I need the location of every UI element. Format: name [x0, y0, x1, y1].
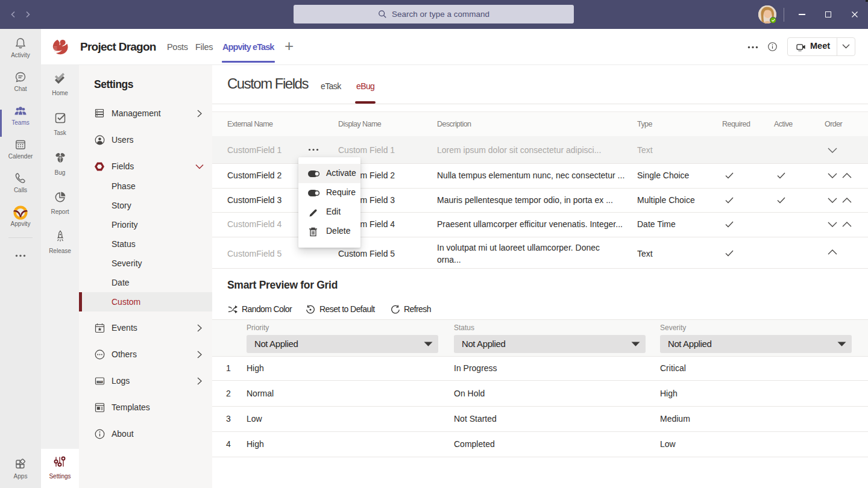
svg-text:LOG: LOG: [98, 381, 102, 383]
